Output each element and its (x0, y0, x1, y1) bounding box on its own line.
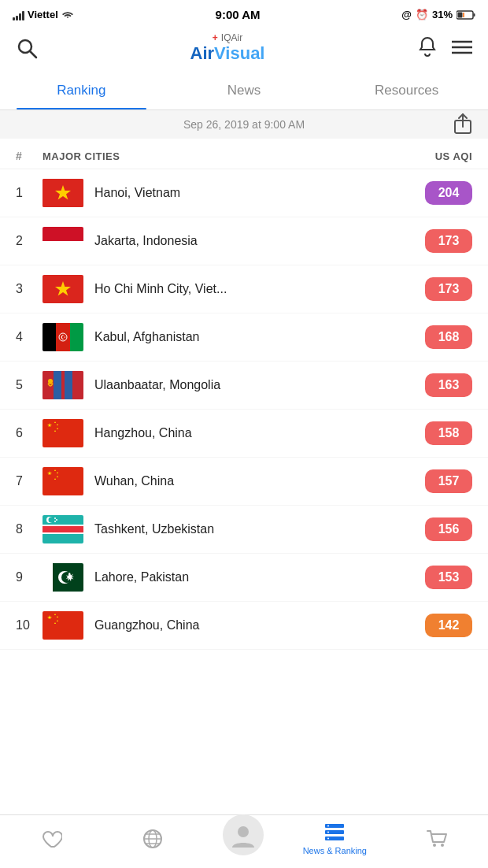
nav-item-cart[interactable] (405, 828, 468, 850)
app-header: + IQAir AirVisual (0, 26, 488, 72)
aqi-badge: 142 (425, 614, 472, 637)
rank-number: 10 (16, 618, 43, 632)
svg-point-50 (54, 521, 56, 522)
nav-item-explore[interactable] (121, 828, 184, 850)
table-row[interactable]: 9 Lahore, Pakistan 153 (0, 554, 488, 602)
tab-news[interactable]: News (163, 72, 326, 109)
tab-ranking[interactable]: Ranking (0, 72, 163, 109)
menu-button[interactable] (452, 39, 472, 57)
table-header: # MAJOR CITIES US AQI (0, 139, 488, 169)
table-row[interactable]: 3 Ho Chi Minh City, Viet... 173 (0, 265, 488, 313)
flag-vietnam2 (43, 275, 83, 303)
notification-button[interactable] (417, 36, 438, 61)
tab-resources[interactable]: Resources (325, 72, 488, 109)
svg-rect-24 (72, 371, 83, 399)
rank-number: 6 (16, 426, 43, 440)
logo-iqair: + IQAir (213, 32, 242, 43)
svg-rect-26 (65, 371, 72, 399)
date-bar: Sep 26, 2019 at 9:00 AM (0, 110, 488, 139)
city-name: Tashkent, Uzbekistan (94, 522, 425, 536)
aqi-badge: 163 (425, 373, 472, 397)
svg-point-74 (433, 844, 436, 847)
svg-rect-14 (43, 241, 83, 255)
svg-rect-17 (43, 323, 56, 351)
battery-icon (457, 10, 475, 20)
flag-china3 (43, 611, 83, 640)
rank-number: 7 (16, 474, 43, 488)
svg-text:☪: ☪ (61, 334, 66, 341)
battery-label: 31% (432, 9, 453, 20)
app-logo: + IQAir AirVisual (190, 32, 265, 64)
table-row[interactable]: 6 Hangzhou, China 158 (0, 410, 488, 458)
profile-icon (229, 821, 257, 849)
flag-china2 (43, 467, 83, 495)
city-name: Ulaanbaatar, Mongolia (94, 378, 425, 392)
svg-point-47 (49, 517, 54, 523)
table-row[interactable]: 5 Ulaanbaatar, Mongolia 163 (0, 362, 488, 410)
cart-icon (426, 828, 448, 850)
flag-mongolia (43, 371, 83, 399)
rank-number: 8 (16, 522, 43, 536)
flag-pakistan (43, 563, 83, 592)
svg-rect-19 (70, 323, 83, 351)
city-name: Kabul, Afghanistan (94, 330, 425, 344)
table-row[interactable]: 4 ☪ Kabul, Afghanistan 168 (0, 313, 488, 362)
search-button[interactable] (16, 37, 38, 59)
carrier-label: Viettel (28, 9, 58, 20)
flag-uzbekistan (43, 515, 83, 543)
svg-rect-25 (54, 371, 61, 399)
table-row[interactable]: 1 Hanoi, Vietnam 204 (0, 169, 488, 217)
date-text: Sep 26, 2019 at 9:00 AM (183, 118, 305, 131)
signal-icon (13, 9, 24, 20)
table-row[interactable]: 8 Tashkent, Uzbekistan 156 (0, 506, 488, 554)
heart-icon (40, 828, 62, 850)
nav-item-news-ranking[interactable]: News & Ranking (303, 822, 367, 855)
svg-rect-51 (43, 563, 53, 592)
share-icon (453, 113, 472, 135)
svg-rect-56 (43, 611, 83, 640)
svg-rect-2 (458, 12, 463, 17)
svg-point-48 (54, 517, 56, 519)
svg-rect-35 (43, 467, 83, 495)
aqi-badge: 157 (425, 469, 472, 493)
wifi-icon (61, 10, 74, 20)
city-name: Hangzhou, China (94, 426, 425, 440)
aqi-badge: 158 (425, 421, 472, 445)
svg-line-5 (30, 51, 36, 57)
city-name: Ho Chi Minh City, Viet... (94, 282, 425, 296)
globe-icon (142, 828, 164, 850)
status-bar: Viettel 9:00 AM @ ⏰ 31% (0, 0, 488, 26)
col-cities-header: MAJOR CITIES (43, 150, 435, 162)
search-icon (16, 37, 38, 59)
city-name: Lahore, Pakistan (94, 570, 425, 584)
time-display: 9:00 AM (216, 8, 261, 21)
rank-number: 2 (16, 234, 43, 248)
aqi-badge: 173 (425, 229, 472, 253)
status-left: Viettel (13, 9, 74, 20)
nav-item-favorites[interactable] (20, 828, 83, 850)
table-row[interactable]: 7 Wuhan, China 157 (0, 458, 488, 506)
svg-rect-43 (43, 526, 83, 532)
city-name: Guangzhou, China (94, 618, 425, 632)
col-rank-header: # (16, 150, 43, 162)
share-button[interactable] (453, 113, 472, 137)
nav-item-profile[interactable] (223, 814, 264, 855)
svg-point-27 (48, 379, 53, 384)
rank-number: 4 (16, 330, 43, 344)
hamburger-icon (452, 39, 472, 55)
flag-china1 (43, 419, 83, 447)
city-name: Hanoi, Vietnam (94, 186, 425, 200)
city-name: Wuhan, China (94, 474, 425, 488)
table-row[interactable]: 2 Jakarta, Indonesia 173 (0, 217, 488, 265)
bottom-nav: News & Ranking (0, 814, 488, 868)
aqi-badge: 156 (425, 517, 472, 541)
svg-rect-1 (474, 13, 475, 17)
bell-icon (417, 36, 438, 58)
svg-rect-13 (43, 227, 83, 241)
list-icon (323, 822, 346, 844)
table-row[interactable]: 10 Guangzhou, China 142 (0, 602, 488, 650)
flag-indonesia (43, 227, 83, 255)
svg-rect-29 (43, 419, 83, 447)
col-aqi-header: US AQI (435, 150, 472, 162)
svg-point-67 (238, 826, 249, 837)
